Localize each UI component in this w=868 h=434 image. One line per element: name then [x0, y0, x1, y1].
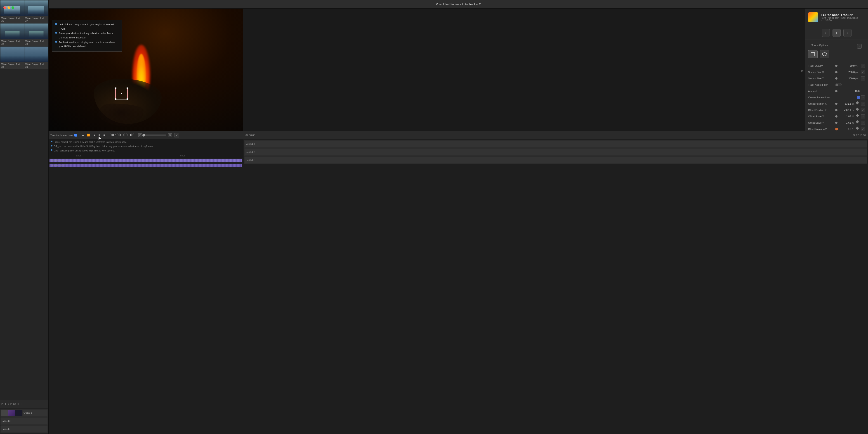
right-track-clip: Untitled-2	[245, 141, 867, 147]
offset-scale-y-row: Offset Scale Y 1.66 % ↺	[805, 120, 868, 126]
track-label: PFS3	[4, 403, 9, 405]
track-assist-filter-label: Track Assist Filter	[808, 84, 835, 86]
offset-position-x-reset[interactable]: ↺	[861, 102, 865, 106]
offset-position-y-value: -667.1	[838, 109, 851, 112]
track-position-x-row: Track Position X	[49, 159, 243, 163]
shape-reset-button[interactable]: ↺	[857, 44, 862, 49]
amount-slider[interactable]	[835, 90, 837, 92]
offset-position-x-value: -831.3	[838, 102, 851, 105]
close-button[interactable]	[3, 6, 6, 9]
square-shape-button[interactable]	[808, 50, 817, 58]
next-button[interactable]: ›	[843, 29, 851, 37]
canvas-instructions-checkbox[interactable]: ✓	[857, 96, 860, 99]
instruction-text-3: For best results, scrub playhead to a ti…	[59, 40, 119, 49]
track-quality-value: 50.0	[838, 64, 855, 67]
search-size-y-reset[interactable]: ↺	[861, 76, 865, 81]
track-clip-label: Untitled-2	[24, 412, 32, 414]
track-position-x-bar[interactable]	[50, 159, 242, 162]
track-label: PFS4	[10, 403, 16, 405]
list-item[interactable]: Water Droplet Tool 39	[24, 46, 48, 69]
media-label: Water Droplet Tool 32	[0, 39, 24, 46]
search-size-y-value: 200.0	[838, 77, 855, 80]
track-quality-slider[interactable]	[835, 65, 837, 67]
search-size-y-label: Search Size Y	[808, 77, 835, 80]
export-button-small[interactable]: ↗	[175, 133, 179, 137]
keyframe-diamond-icon[interactable]	[856, 127, 859, 130]
oval-icon	[822, 53, 827, 56]
stop-button[interactable]: ■	[833, 29, 841, 37]
search-size-x-slider[interactable]	[835, 71, 837, 73]
offset-position-x-label: Offset Position X	[808, 102, 835, 105]
canvas-instructions-row: Canvas Instructions ✓ ↺	[805, 94, 868, 101]
tracker-header: FCPX: Auto-Tracker Point Tracker from Pi…	[805, 8, 868, 26]
canvas-instructions-reset[interactable]: ↺	[861, 95, 865, 99]
tracker-title-block: FCPX: Auto-Tracker Point Tracker from Pi…	[821, 13, 858, 22]
media-label: Water Droplet Tool 38	[0, 62, 24, 69]
rotation-dial[interactable]	[835, 128, 838, 130]
right-track-clip: Untitled-2	[245, 157, 867, 163]
timeline-tracks: Track Position X Track Position Y	[49, 158, 243, 168]
offset-position-y-slider[interactable]	[835, 109, 837, 111]
minimize-button[interactable]	[7, 6, 10, 9]
fit-button[interactable]: ⊡	[138, 133, 142, 137]
maximize-button[interactable]	[11, 6, 14, 9]
media-thumbnail	[24, 46, 48, 62]
timeline-instructions-checkbox[interactable]	[74, 134, 77, 136]
offset-scale-x-slider[interactable]	[835, 115, 837, 118]
tracker-navigation: ‹ ■ ›	[805, 26, 868, 40]
rewind-button[interactable]: ⏮	[81, 133, 85, 137]
bullet-icon	[51, 145, 53, 147]
keyframe-diamond-icon[interactable]	[856, 107, 859, 111]
offset-scale-y-reset[interactable]: ↺	[861, 121, 865, 125]
offset-scale-x-reset[interactable]: ↺	[861, 114, 865, 119]
offset-position-y-label: Offset Position Y	[808, 109, 835, 112]
list-item[interactable]: Water Droplet Tool 33	[24, 24, 48, 46]
fullscreen-button[interactable]: ⊞	[168, 133, 172, 137]
right-track-row-2: Untitled-2	[244, 148, 867, 156]
zoom-thumb[interactable]	[143, 134, 145, 136]
media-thumbnail	[0, 46, 24, 62]
expand-arrow-icon[interactable]: ▶	[800, 68, 805, 73]
right-timeline-extension: 02:00:00 02:02:10:00 Untitled-2 Untitled…	[243, 131, 868, 434]
timeline-ruler: 1.00s 4.00s	[49, 154, 243, 158]
media-browser: Water Droplet Tool 26 Water Droplet Tool…	[0, 0, 49, 434]
right-timeline-time: 02:00:00	[246, 134, 255, 136]
list-item[interactable]: Water Droplet Tool 27	[24, 0, 48, 23]
offset-position-y-reset[interactable]: ↺	[861, 108, 865, 112]
pause-button[interactable]: ⏸	[97, 133, 101, 137]
instruction-line-2: Press your desired tracking behavior und…	[55, 31, 119, 39]
track-position-x-label: Track Position X	[50, 159, 66, 162]
track-quality-reset[interactable]: ↺	[861, 64, 865, 68]
list-item[interactable]: Water Droplet Tool 38	[0, 46, 24, 69]
offset-scale-y-slider[interactable]	[835, 122, 837, 124]
right-track-row-1: Untitled-2	[244, 140, 867, 148]
frame-prev-button[interactable]: |◀	[92, 133, 96, 137]
chevron-right-icon: ›	[847, 31, 848, 35]
track-assist-filter-toggle[interactable]	[835, 83, 842, 86]
keyframe-diamond-icon[interactable]	[856, 114, 859, 117]
roi-center	[121, 93, 122, 94]
skip-prev-button[interactable]: ⏪	[86, 133, 91, 137]
roi-tracker-box[interactable]	[115, 88, 128, 99]
shape-options-header: Shape Options ↺	[808, 42, 865, 50]
zoom-slider[interactable]	[144, 134, 166, 136]
list-item[interactable]: Water Droplet Tool 32	[0, 24, 24, 46]
search-size-x-reset[interactable]: ↺	[861, 70, 865, 74]
preview-area[interactable]: Left click and drag shape to your region…	[49, 8, 243, 131]
search-size-x-label: Search Size X	[808, 71, 835, 73]
track-position-y-bar[interactable]	[50, 164, 242, 167]
offset-scale-x-value: 1.83	[838, 115, 851, 118]
timeline-instruction-text-1: Press, or hold, the Option Key and click…	[54, 140, 127, 144]
list-item[interactable]: Water Droplet Tool 26	[0, 0, 24, 23]
track-quality-label: Track Quality	[808, 64, 835, 67]
offset-position-x-slider[interactable]	[835, 103, 837, 105]
timeline-instruction-3: Upon selecting a set of keyframes, right…	[51, 149, 241, 153]
track-assist-filter-row: Track Assist Filter	[805, 82, 868, 88]
stop-button[interactable]: ⏹	[102, 133, 106, 137]
timeline-panel: Timeline Instructions ⏮ ⏪ |◀ ⏸ ⏹ 00:00:0…	[49, 131, 243, 434]
keyframe-diamond-icon[interactable]	[856, 101, 859, 104]
search-size-y-slider[interactable]	[835, 77, 837, 80]
keyframe-diamond-icon[interactable]	[856, 120, 859, 123]
oval-shape-button[interactable]	[820, 50, 829, 58]
prev-button[interactable]: ‹	[822, 29, 830, 37]
